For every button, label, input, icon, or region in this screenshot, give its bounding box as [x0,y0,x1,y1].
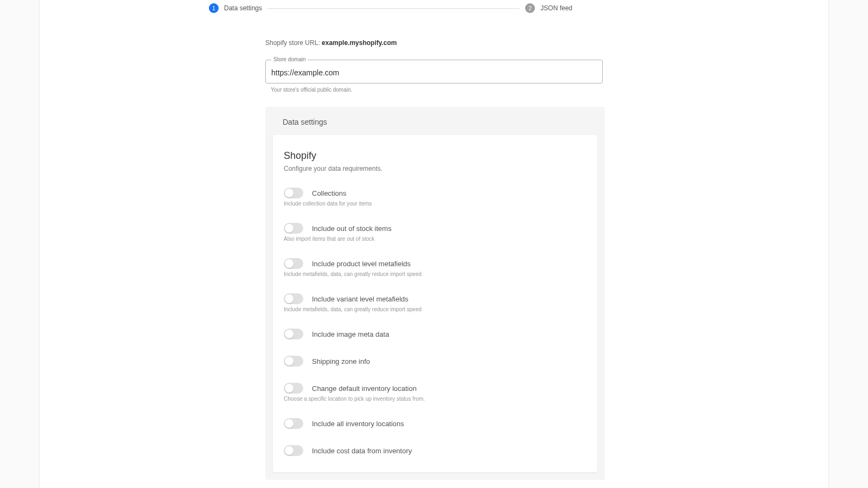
shopify-card-sub: Configure your data requirements. [284,165,586,172]
step-1-label: Data settings [224,4,262,12]
toggle-group-6: Change default inventory locationChoose … [284,383,586,402]
toggle-switch[interactable] [284,356,303,367]
toggles-list: CollectionsInclude collection data for y… [284,188,586,456]
toggle-switch[interactable] [284,258,303,269]
toggle-row: Include cost data from inventory [284,445,586,456]
toggle-label: Include all inventory locations [312,420,404,428]
step-2-label: JSON feed [540,4,572,12]
main-card: Shopify store URL: example.myshopify.com… [252,29,616,480]
toggle-group-1: Include out of stock itemsAlso import it… [284,223,586,242]
toggle-group-5: Shipping zone info [284,356,586,367]
toggle-help: Also import items that are out of stock [284,236,586,242]
toggle-row: Change default inventory location [284,383,586,394]
store-domain-help: Your store's official public domain. [271,87,603,93]
step-1-circle: 1 [209,3,219,13]
stepper: 1 Data settings 2 JSON feed [209,0,572,13]
toggle-switch[interactable] [284,445,303,456]
toggle-group-7: Include all inventory locations [284,418,586,429]
shopify-url-label: Shopify store URL: [265,39,322,47]
data-settings-title: Data settings [283,118,597,126]
toggle-label: Include image meta data [312,330,389,338]
toggle-help: Include collection data for your items [284,201,586,207]
data-settings-panel: Data settings Shopify Configure your dat… [265,107,605,480]
toggle-group-0: CollectionsInclude collection data for y… [284,188,586,207]
toggle-help: Include metafields, data, can greatly re… [284,306,586,312]
store-domain-input[interactable] [271,68,597,77]
toggle-switch[interactable] [284,293,303,304]
toggle-label: Shipping zone info [312,357,370,365]
shopify-card: Shopify Configure your data requirements… [273,135,597,472]
toggle-row: Include out of stock items [284,223,586,234]
toggle-label: Collections [312,189,347,197]
toggle-group-8: Include cost data from inventory [284,445,586,456]
toggle-row: Collections [284,188,586,198]
toggle-group-3: Include variant level metafieldsInclude … [284,293,586,312]
page-canvas: 1 Data settings 2 JSON feed Shopify stor… [39,0,829,488]
toggle-label: Include cost data from inventory [312,447,412,455]
store-domain-legend: Store domain [271,56,308,62]
toggle-label: Include product level metafields [312,260,411,268]
toggle-label: Change default inventory location [312,384,417,393]
toggle-switch[interactable] [284,418,303,429]
shopify-url-value: example.myshopify.com [322,39,397,47]
step-2[interactable]: 2 JSON feed [525,3,572,13]
store-domain-field[interactable]: Store domain [265,60,603,84]
toggle-switch[interactable] [284,383,303,394]
shopify-card-title: Shopify [284,150,586,162]
toggle-row: Include all inventory locations [284,418,586,429]
toggle-row: Shipping zone info [284,356,586,367]
toggle-label: Include out of stock items [312,224,392,233]
step-2-circle: 2 [525,3,535,13]
shopify-url-line: Shopify store URL: example.myshopify.com [265,39,603,47]
toggle-row: Include image meta data [284,329,586,339]
toggle-switch[interactable] [284,188,303,198]
toggle-row: Include variant level metafields [284,293,586,304]
toggle-help: Include metafields, data, can greatly re… [284,271,586,277]
toggle-label: Include variant level metafields [312,295,409,303]
toggle-group-2: Include product level metafieldsInclude … [284,258,586,277]
toggle-help: Choose a specific location to pick up in… [284,396,586,402]
toggle-switch[interactable] [284,223,303,234]
step-connector [267,8,520,9]
step-1[interactable]: 1 Data settings [209,3,262,13]
toggle-row: Include product level metafields [284,258,586,269]
toggle-group-4: Include image meta data [284,329,586,339]
toggle-switch[interactable] [284,329,303,339]
